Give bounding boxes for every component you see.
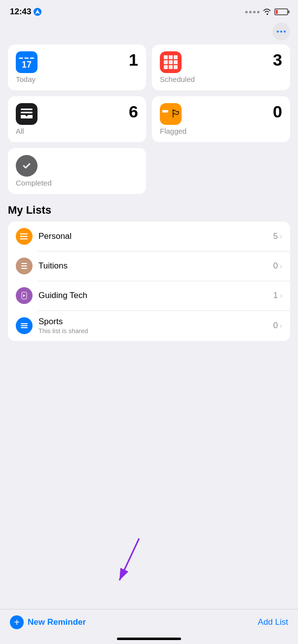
- guiding-tech-list-count: 1: [273, 291, 278, 301]
- svg-point-8: [20, 236, 22, 237]
- svg-rect-14: [21, 323, 28, 324]
- all-card[interactable]: 6 All: [8, 96, 146, 142]
- svg-rect-16: [21, 327, 28, 328]
- scheduled-icon: [160, 51, 182, 73]
- sports-list-icon: [16, 317, 33, 334]
- battery-icon: [274, 8, 288, 15]
- completed-label: Completed: [16, 179, 138, 187]
- today-card-top: ▬ ▬ ▬ 17 1: [16, 51, 138, 73]
- svg-rect-4: [21, 233, 28, 234]
- sports-list-right: 0 ›: [273, 321, 282, 331]
- scheduled-card[interactable]: 3 Scheduled: [152, 44, 290, 90]
- today-count: 1: [129, 51, 138, 68]
- svg-line-18: [119, 538, 139, 580]
- location-icon: [34, 8, 41, 16]
- completed-card[interactable]: Completed: [8, 148, 146, 194]
- list-item-personal[interactable]: Personal 5 ›: [8, 222, 290, 251]
- personal-list-count: 5: [273, 231, 278, 241]
- calendar-month: ▬ ▬ ▬: [19, 55, 35, 60]
- flagged-count: 0: [273, 103, 282, 120]
- svg-rect-2: [21, 112, 33, 113]
- completed-card-top: [16, 155, 138, 177]
- home-indicator: [117, 638, 181, 640]
- svg-point-7: [20, 233, 22, 235]
- svg-point-9: [20, 238, 22, 240]
- all-icon: [16, 103, 37, 125]
- svg-rect-1: [21, 109, 33, 110]
- personal-chevron-icon: ›: [280, 232, 282, 240]
- sports-list-info: Sports This list is shared: [38, 317, 273, 335]
- flagged-card-top: 🏳 0: [160, 103, 282, 125]
- personal-list-icon: [16, 228, 33, 245]
- all-label: All: [16, 127, 138, 135]
- flagged-label: Flagged: [160, 127, 282, 135]
- today-card[interactable]: ▬ ▬ ▬ 17 1 Today: [8, 44, 146, 90]
- signal-icon: [245, 11, 260, 13]
- more-button[interactable]: [272, 23, 290, 40]
- status-bar: 12:43: [0, 0, 298, 21]
- grid-icon: [164, 55, 178, 69]
- list-item-tuitions[interactable]: Tuitions 0 ›: [8, 251, 290, 281]
- guiding-tech-list-right: 1 ›: [273, 291, 282, 301]
- scheduled-card-top: 3: [160, 51, 282, 73]
- svg-marker-0: [35, 9, 40, 14]
- svg-point-3: [21, 160, 33, 172]
- flagged-card[interactable]: 🏳 0 Flagged: [152, 96, 290, 142]
- more-button-row: [0, 21, 298, 44]
- wifi-icon: [262, 8, 271, 16]
- guiding-tech-list-icon: [16, 287, 33, 304]
- calendar-icon: ▬ ▬ ▬ 17: [16, 51, 37, 73]
- new-reminder-button[interactable]: + New Reminder: [10, 615, 86, 629]
- personal-list-right: 5 ›: [273, 231, 282, 241]
- main-content: ▬ ▬ ▬ 17 1 Today 3 Scheduled: [0, 44, 298, 341]
- my-lists-title: My Lists: [8, 204, 290, 217]
- all-card-top: 6: [16, 103, 138, 125]
- all-count: 6: [129, 103, 138, 120]
- tuitions-list-icon: [16, 258, 33, 274]
- personal-list-info: Personal: [38, 231, 273, 241]
- svg-rect-12: [21, 268, 27, 269]
- svg-rect-6: [21, 238, 28, 239]
- guiding-tech-chevron-icon: ›: [280, 292, 282, 300]
- tuitions-chevron-icon: ›: [280, 262, 282, 270]
- svg-rect-15: [21, 325, 28, 326]
- tuitions-list-right: 0 ›: [273, 261, 282, 271]
- scheduled-count: 3: [273, 51, 282, 68]
- more-dots-icon: [277, 31, 286, 33]
- list-item-sports[interactable]: Sports This list is shared 0 ›: [8, 310, 290, 341]
- sports-list-count: 0: [273, 321, 278, 331]
- summary-cards-grid: ▬ ▬ ▬ 17 1 Today 3 Scheduled: [8, 44, 290, 142]
- today-label: Today: [16, 75, 138, 83]
- tuitions-list-info: Tuitions: [38, 261, 273, 271]
- lists-container: Personal 5 › Tuitions 0 ›: [8, 222, 290, 341]
- flagged-icon: 🏳: [160, 103, 182, 125]
- sports-chevron-icon: ›: [280, 322, 282, 330]
- guiding-tech-list-info: Guiding Tech: [38, 291, 273, 301]
- status-right-icons: [245, 8, 288, 16]
- list-item-guiding-tech[interactable]: Guiding Tech 1 ›: [8, 281, 290, 310]
- svg-rect-11: [21, 265, 27, 266]
- plus-icon: +: [10, 615, 24, 629]
- scheduled-label: Scheduled: [160, 75, 282, 83]
- tray-icon: [20, 107, 34, 122]
- personal-list-name: Personal: [38, 231, 273, 241]
- svg-rect-5: [21, 236, 28, 237]
- add-list-button[interactable]: Add List: [258, 617, 288, 627]
- tuitions-list-name: Tuitions: [38, 261, 273, 271]
- completed-icon: [16, 155, 37, 177]
- sports-list-subtitle: This list is shared: [38, 327, 273, 335]
- tuitions-list-count: 0: [273, 261, 278, 271]
- guiding-tech-list-name: Guiding Tech: [38, 291, 273, 301]
- svg-rect-10: [21, 263, 27, 264]
- new-reminder-label: New Reminder: [28, 617, 86, 627]
- arrow-annotation: [100, 533, 159, 595]
- sports-list-name: Sports: [38, 317, 273, 327]
- status-time: 12:43: [10, 7, 41, 17]
- time-display: 12:43: [10, 7, 31, 17]
